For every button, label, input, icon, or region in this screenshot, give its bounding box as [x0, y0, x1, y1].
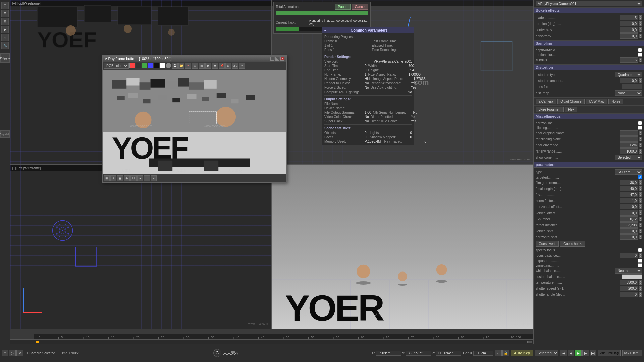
- uvw-map-btn[interactable]: UVW Map: [586, 99, 607, 104]
- target-dist-down[interactable]: ▼: [639, 225, 642, 227]
- vray-bottom-btn2[interactable]: A: [110, 175, 116, 181]
- film-gate-down[interactable]: ▼: [639, 183, 642, 185]
- vfire-btn[interactable]: vFire Fragmen: [536, 107, 564, 112]
- motion-blur-checkbox[interactable]: [638, 53, 642, 57]
- color-swatch-blue[interactable]: [148, 63, 153, 68]
- subdivs-down[interactable]: ▼: [639, 60, 642, 62]
- vray-clear-btn[interactable]: ✕: [185, 63, 191, 69]
- color-swatch-green[interactable]: [142, 63, 147, 68]
- color-swatch-white[interactable]: [160, 63, 165, 68]
- zoom-input[interactable]: [620, 198, 638, 203]
- show-cone-select[interactable]: Selected: [615, 155, 642, 160]
- pause-button[interactable]: Pause: [335, 4, 351, 10]
- specify-focus-checkbox[interactable]: [638, 248, 642, 252]
- far-clip-input[interactable]: [620, 136, 638, 142]
- far-clip-up[interactable]: ▲: [639, 137, 642, 139]
- vray-title-bar[interactable]: V-Ray frame buffer - [100% of 700 x 394]…: [103, 56, 286, 62]
- selected-dropdown[interactable]: Selected: [535, 350, 558, 356]
- guess-horiz-button[interactable]: Guess horiz.: [560, 241, 585, 247]
- center-bias-input[interactable]: [620, 27, 638, 33]
- shutter-angle-up[interactable]: ▲: [639, 292, 642, 294]
- vray-stop-btn[interactable]: ■: [212, 63, 218, 69]
- tool-hierarchy[interactable]: ⊞: [1, 18, 9, 25]
- shutter-speed-input[interactable]: [620, 286, 638, 291]
- near-clip-input[interactable]: [620, 130, 638, 136]
- vray-vfb-btn[interactable]: VFB: [232, 63, 238, 69]
- vray-bottom-btn6[interactable]: ■: [137, 175, 143, 181]
- color-swatch-black[interactable]: [154, 63, 159, 68]
- camera-btn[interactable]: alCamera: [536, 99, 556, 104]
- anim-start-btn[interactable]: |◀: [560, 350, 567, 356]
- fov-down[interactable]: ▼: [639, 195, 642, 197]
- sidebar-polygon[interactable]: Polygon: [0, 53, 10, 63]
- camera-selector[interactable]: VRayPhysicalCamera001: [536, 1, 642, 6]
- type-select[interactable]: Still cam: [615, 169, 642, 175]
- shutter-speed-down[interactable]: ▼: [639, 288, 642, 291]
- key-filters-btn[interactable]: Key Filters...: [622, 350, 642, 356]
- anim-next-btn[interactable]: ▶: [582, 350, 589, 356]
- anisotropy-input[interactable]: [620, 33, 638, 39]
- viewport-bottom-left[interactable]: [+][Left][Wireframe] www.rr-sc.com: [10, 165, 272, 329]
- zoom-up[interactable]: ▲: [639, 198, 642, 201]
- horiz-shift-up[interactable]: ▲: [639, 235, 642, 237]
- distortion-amount-input[interactable]: [620, 78, 638, 83]
- cancel-button[interactable]: Cancel: [352, 4, 368, 10]
- target-dist-up[interactable]: ▲: [639, 223, 642, 225]
- status-icon-3[interactable]: ✕: [16, 350, 23, 356]
- targeted-checkbox[interactable]: [638, 175, 642, 179]
- near-env-up[interactable]: ▲: [639, 143, 642, 145]
- vray-pin-btn[interactable]: 📌: [219, 63, 225, 69]
- tool-modify[interactable]: ⚙: [1, 10, 9, 17]
- tool-utilities[interactable]: 🔧: [1, 42, 9, 49]
- anisotropy-down[interactable]: ▼: [639, 36, 642, 38]
- anim-end-btn[interactable]: ▶|: [590, 350, 596, 356]
- color-mode-select[interactable]: RGB color: [104, 63, 129, 69]
- quad-chamfer-btn[interactable]: Quad Chamfe: [557, 99, 584, 104]
- vray-bottom-btn5[interactable]: H: [130, 175, 137, 181]
- vray-extra-btn[interactable]: »: [239, 63, 245, 69]
- near-clip-down[interactable]: ▼: [639, 133, 642, 135]
- status-icon-1[interactable]: ≡: [2, 350, 8, 356]
- shutter-angle-input[interactable]: [620, 292, 638, 297]
- clip-checkbox[interactable]: [638, 126, 642, 130]
- film-gate-up[interactable]: ▲: [639, 180, 642, 183]
- color-swatch-gray[interactable]: [166, 63, 171, 68]
- vert-shift-up[interactable]: ▲: [639, 229, 642, 231]
- center-bias-up[interactable]: ▲: [639, 27, 642, 30]
- distortion-type-select[interactable]: Quadratic: [615, 72, 642, 77]
- far-env-input[interactable]: [620, 148, 638, 154]
- horiz-shift-down[interactable]: ▼: [639, 237, 642, 239]
- near-clip-up[interactable]: ▲: [639, 131, 642, 133]
- lens-file-input[interactable]: [622, 84, 642, 89]
- vray-bottom-btn3[interactable]: ◉: [117, 175, 123, 181]
- anisotropy-up[interactable]: ▲: [639, 34, 642, 36]
- far-env-down[interactable]: ▼: [639, 151, 642, 154]
- vray-bottom-btn4[interactable]: ⊕: [124, 175, 130, 181]
- focal-length-down[interactable]: ▼: [639, 189, 642, 191]
- near-env-down[interactable]: ▼: [639, 145, 642, 147]
- horizon-checkbox[interactable]: [638, 121, 642, 125]
- fov-up[interactable]: ▲: [639, 192, 642, 195]
- snap-btn[interactable]: ⌂: [495, 350, 502, 356]
- tool-display[interactable]: ◎: [1, 34, 9, 41]
- subdivs-up[interactable]: ▲: [639, 58, 642, 60]
- focal-length-up[interactable]: ▲: [639, 186, 642, 189]
- temperature-input[interactable]: [620, 280, 638, 285]
- zoom-down[interactable]: ▼: [639, 201, 642, 203]
- minimize-button[interactable]: _: [270, 57, 274, 61]
- shutter-angle-down[interactable]: ▼: [639, 294, 642, 297]
- white-balance-select[interactable]: Neutral: [615, 268, 642, 274]
- color-swatch-dark[interactable]: [136, 63, 141, 68]
- fov-input[interactable]: [620, 192, 638, 197]
- guess-vert-button[interactable]: Guess vert.: [536, 241, 559, 247]
- vray-load-btn[interactable]: 📂: [178, 63, 184, 69]
- blades-input[interactable]: [620, 15, 638, 20]
- vert-shift-down[interactable]: ▼: [639, 231, 642, 233]
- shutter-speed-up[interactable]: ▲: [639, 286, 642, 288]
- y-coord-input[interactable]: [406, 351, 431, 356]
- temperature-up[interactable]: ▲: [639, 280, 642, 282]
- rotation-up[interactable]: ▲: [639, 21, 642, 24]
- far-env-up[interactable]: ▲: [639, 149, 642, 151]
- dof-checkbox[interactable]: [638, 48, 642, 52]
- custom-balance-swatch[interactable]: [622, 274, 642, 279]
